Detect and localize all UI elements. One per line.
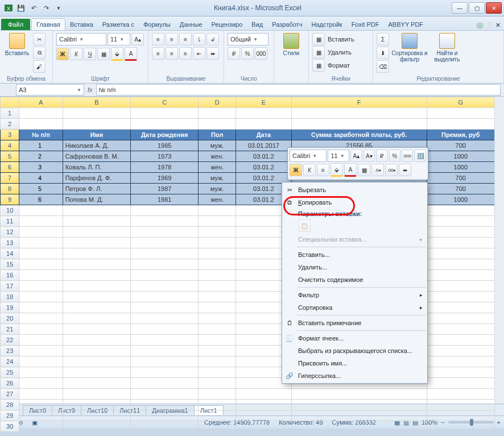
cell[interactable]: жен. (199, 162, 236, 173)
cell[interactable]: 03.01.2 (236, 162, 292, 173)
cell[interactable] (131, 248, 199, 259)
select-all-corner[interactable] (1, 97, 19, 108)
cell[interactable]: 3 (19, 162, 63, 173)
font-name-combo[interactable]: Calibri▼ (56, 33, 106, 45)
cell[interactable] (427, 238, 494, 248)
cell[interactable] (427, 410, 494, 421)
undo-icon[interactable]: ↶ (28, 3, 39, 13)
cell[interactable] (131, 119, 199, 130)
mini-inc-decimal-icon[interactable]: .00▸ (385, 164, 398, 176)
cell[interactable] (199, 389, 236, 400)
tab-layout[interactable]: Разметка с (98, 19, 139, 30)
cell[interactable]: 700 (427, 184, 494, 194)
increase-font-icon[interactable]: A▴ (131, 33, 144, 45)
cell[interactable] (199, 378, 236, 389)
cell[interactable] (199, 335, 236, 346)
redo-icon[interactable]: ↷ (41, 3, 51, 13)
row-header[interactable]: 30 (1, 421, 19, 432)
cell[interactable]: 4 (19, 173, 63, 184)
font-color-button[interactable]: A (125, 47, 137, 61)
cell[interactable] (19, 356, 63, 367)
row-header[interactable]: 3 (1, 130, 19, 140)
number-format-combo[interactable]: Общий▼ (228, 33, 268, 45)
ctx-insert[interactable]: Вставить... (282, 248, 427, 261)
cell[interactable] (63, 367, 130, 378)
table-header-cell[interactable]: Имя (63, 130, 130, 140)
row-header[interactable]: 5 (1, 151, 19, 162)
align-middle-icon[interactable]: ≡ (166, 33, 178, 45)
cell[interactable] (199, 119, 236, 130)
cell[interactable] (427, 108, 494, 119)
cell[interactable] (63, 335, 130, 346)
cell[interactable]: Николаев А. Д. (63, 140, 130, 151)
cell[interactable] (19, 270, 63, 281)
cell[interactable] (131, 324, 199, 335)
cell[interactable] (131, 367, 199, 378)
col-header-B[interactable]: B (63, 97, 130, 108)
cell[interactable] (199, 259, 236, 270)
cell[interactable] (291, 400, 427, 410)
cell[interactable]: Парфенов Д. Ф. (63, 173, 130, 184)
cell[interactable] (199, 216, 236, 227)
col-header-A[interactable]: A (19, 97, 63, 108)
row-header[interactable]: 16 (1, 270, 19, 281)
cells-format-button[interactable]: ▦Формат (312, 59, 352, 72)
cell[interactable] (236, 400, 292, 410)
mini-size-combo[interactable]: 11▼ (328, 150, 349, 162)
find-select-button[interactable]: Найти и выделить (430, 33, 464, 63)
cell[interactable] (199, 400, 236, 410)
cell[interactable] (19, 119, 63, 130)
mini-dec-decimal-icon[interactable]: .0◂ (371, 164, 384, 176)
cell[interactable] (199, 238, 236, 248)
cell[interactable] (199, 367, 236, 378)
close-button[interactable]: ✕ (486, 2, 502, 14)
table-header-cell[interactable]: Дата рождения (131, 130, 199, 140)
mini-font-color-icon[interactable]: A (344, 163, 357, 177)
styles-button[interactable]: Стили (278, 33, 305, 56)
mini-font-combo[interactable]: Calibri▼ (290, 150, 327, 162)
align-top-icon[interactable]: ≡ (152, 33, 164, 45)
row-header[interactable]: 13 (1, 238, 19, 248)
save-icon[interactable]: 💾 (16, 3, 26, 13)
cell[interactable] (19, 302, 63, 313)
cell[interactable] (236, 421, 292, 432)
cell[interactable] (63, 270, 130, 281)
cell[interactable]: Петров Ф. Л. (63, 184, 130, 194)
cell[interactable] (131, 238, 199, 248)
cell[interactable] (19, 259, 63, 270)
col-header-E[interactable]: E (236, 97, 292, 108)
cell[interactable] (131, 205, 199, 216)
row-header[interactable]: 19 (1, 302, 19, 313)
tab-foxit[interactable]: Foxit PDF (347, 19, 384, 30)
tab-file[interactable]: Файл (1, 19, 30, 30)
underline-button[interactable]: Ч (84, 48, 96, 60)
cell[interactable] (19, 335, 63, 346)
help-icon[interactable]: ❔ (485, 22, 493, 30)
col-header-F[interactable]: F (291, 97, 427, 108)
row-header[interactable]: 15 (1, 259, 19, 270)
cell[interactable] (199, 302, 236, 313)
cell[interactable] (19, 378, 63, 389)
row-header[interactable]: 2 (1, 119, 19, 130)
cell[interactable] (427, 281, 494, 292)
cell[interactable] (19, 216, 63, 227)
mini-cond-format-icon[interactable]: 🔢 (414, 150, 425, 162)
cell[interactable] (427, 119, 494, 130)
cell[interactable] (19, 389, 63, 400)
cells-insert-button[interactable]: ▦Вставить (312, 33, 356, 45)
cell[interactable] (63, 238, 130, 248)
cell[interactable] (427, 227, 494, 238)
cell[interactable] (63, 410, 130, 421)
cell[interactable] (63, 281, 130, 292)
ctx-comment[interactable]: 🗒Вставить примечание (282, 317, 427, 329)
cell[interactable] (63, 313, 130, 324)
cell[interactable] (63, 292, 130, 302)
tab-addins[interactable]: Надстройк (307, 19, 346, 30)
cell[interactable]: муж. (199, 173, 236, 184)
cell[interactable] (131, 259, 199, 270)
row-header[interactable]: 21 (1, 324, 19, 335)
qat-dropdown-icon[interactable]: ▼ (53, 3, 64, 13)
cell[interactable] (427, 259, 494, 270)
cell[interactable]: 1969 (131, 173, 199, 184)
row-header[interactable]: 28 (1, 400, 19, 410)
